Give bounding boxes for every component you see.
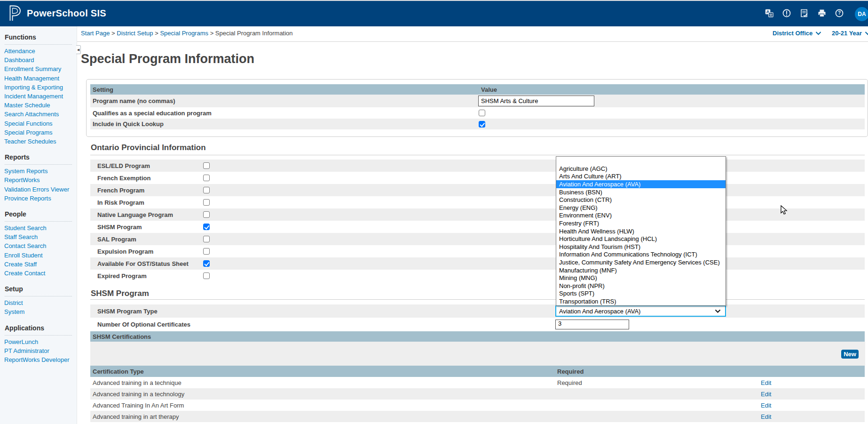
breadcrumb-link-special-programs[interactable]: Special Programs [160, 30, 208, 37]
term-selector[interactable]: 20-21 Year [832, 30, 868, 37]
sidebar-item-create-contact[interactable]: Create Contact [0, 269, 77, 278]
sidebar-item-special-programs[interactable]: Special Programs [0, 128, 77, 137]
cert-edit-link[interactable]: Edit [761, 379, 771, 386]
sidebar-item-powerlunch[interactable]: PowerLunch [0, 337, 77, 346]
print-icon[interactable] [818, 9, 826, 17]
optional-certificates-label: Number Of Optional Certificates [90, 321, 555, 328]
ontario-row-label: ESL/ELD Program [90, 162, 203, 169]
sidebar-item-enroll-student[interactable]: Enroll Student [0, 251, 77, 260]
app-title: PowerSchool SIS [27, 8, 106, 19]
dropdown-option-non-profit-npr-[interactable]: Non-profit (NPR) [556, 282, 726, 290]
breadcrumb: Start Page > District Setup > Special Pr… [81, 30, 293, 37]
sidebar-item-attendance[interactable]: Attendance [0, 47, 77, 56]
certifications-header-bar: SHSM Certifications [90, 331, 865, 342]
chevron-down-icon [815, 32, 821, 35]
setting-label: Include in Quick Lookup [90, 120, 478, 128]
mouse-cursor [781, 205, 790, 216]
alert-icon[interactable] [782, 9, 791, 17]
dropdown-option-information-and-communications-technolog[interactable]: Information And Communications Technolog… [556, 251, 726, 259]
ontario-row-label: SAL Program [90, 236, 203, 243]
sidebar-item-district[interactable]: District [0, 298, 77, 307]
dropdown-option-health-and-wellness-hlw-[interactable]: Health And Wellness (HLW) [556, 227, 726, 235]
sidebar-item-staff-search[interactable]: Staff Search [0, 232, 77, 241]
ontario-row-label: In Risk Program [90, 199, 203, 206]
setting-checkbox[interactable] [479, 121, 485, 128]
sidebar-item-teacher-schedules[interactable]: Teacher Schedules [0, 137, 77, 146]
sidebar-section-rule [5, 221, 72, 222]
program-name-input[interactable] [478, 96, 594, 106]
chevron-down-icon [865, 32, 868, 35]
dropdown-option-justice-community-safety-and-emergency-s[interactable]: Justice, Community Safety And Emergency … [556, 258, 726, 266]
dropdown-option-forestry-frt-[interactable]: Forestry (FRT) [556, 219, 726, 227]
optional-certificates-input[interactable]: 3 [555, 320, 629, 329]
setting-label: Program name (no commas) [90, 97, 478, 104]
sidebar-item-enrollment-summary[interactable]: Enrollment Summary [0, 64, 77, 73]
ontario-checkbox[interactable] [203, 211, 210, 218]
ontario-section-rule [90, 155, 865, 155]
report-icon[interactable] [800, 9, 808, 17]
ontario-checkbox[interactable] [203, 224, 210, 230]
sidebar-item-contact-search[interactable]: Contact Search [0, 241, 77, 250]
sidebar-item-reportworks[interactable]: ReportWorks [0, 176, 77, 184]
dropdown-option-arts-and-culture-art-[interactable]: Arts And Culture (ART) [556, 173, 726, 181]
cert-edit-link[interactable]: Edit [761, 391, 771, 398]
ontario-checkbox[interactable] [203, 162, 210, 169]
sidebar-collapse-toggle[interactable]: ◀ [76, 45, 81, 54]
avatar-initials: DA [858, 11, 866, 17]
ontario-checkbox[interactable] [203, 260, 210, 267]
dropdown-option-manufacturing-mnf-[interactable]: Manufacturing (MNF) [556, 266, 726, 274]
sidebar-item-province-reports[interactable]: Province Reports [0, 194, 77, 203]
ontario-checkbox[interactable] [203, 248, 210, 255]
dropdown-option-horticulture-and-landscaping-hcl-[interactable]: Horticulture And Landscaping (HCL) [556, 235, 726, 243]
breadcrumb-link-district-setup[interactable]: District Setup [117, 30, 153, 37]
dropdown-option-environment-env-[interactable]: Environment (ENV) [556, 212, 726, 220]
dropdown-option-business-bsn-[interactable]: Business (BSN) [556, 188, 726, 196]
sidebar-item-importing-exporting[interactable]: Importing & Exporting [0, 83, 77, 92]
dropdown-option-construction-ctr-[interactable]: Construction (CTR) [556, 196, 726, 204]
shsm-program-type-select[interactable]: Aviation And Aerospace (AVA) [555, 305, 726, 317]
sidebar-item-student-search[interactable]: Student Search [0, 224, 77, 232]
sidebar-item-validation-errors-viewer[interactable]: Validation Errors Viewer [0, 185, 77, 194]
ontario-checkbox[interactable] [203, 199, 210, 206]
settings-col-value: Value [478, 86, 497, 93]
ontario-checkbox[interactable] [203, 236, 210, 242]
shsm-section-heading: SHSM Program [91, 289, 149, 298]
dropdown-option-hospitality-and-tourism-hst-[interactable]: Hospitality And Tourism (HST) [556, 243, 726, 251]
sidebar-section-rule [5, 164, 72, 165]
sidebar-item-incident-management[interactable]: Incident Management [0, 92, 77, 101]
ontario-row-label: French Exemption [90, 175, 203, 182]
cert-edit-link[interactable]: Edit [761, 402, 771, 409]
dropdown-option-agriculture-agc-[interactable]: Agriculture (AGC) [556, 165, 726, 173]
ontario-row-label: Native Language Program [90, 211, 203, 218]
sidebar-item-system-reports[interactable]: System Reports [0, 167, 77, 176]
sidebar-item-master-schedule[interactable]: Master Schedule [0, 101, 77, 110]
new-button[interactable]: New [841, 350, 859, 359]
sidebar-item-reportworks-developer[interactable]: ReportWorks Developer [0, 355, 77, 364]
user-avatar[interactable]: DA [855, 7, 868, 21]
dropdown-option-sports-spt-[interactable]: Sports (SPT) [556, 290, 726, 298]
breadcrumb-link-start-page[interactable]: Start Page [81, 30, 110, 37]
settings-box: SettingValueProgram name (no commas)Qual… [86, 79, 868, 137]
sidebar-item-dashboard[interactable]: Dashboard [0, 56, 77, 64]
sidebar-item-health-management[interactable]: Health Management [0, 74, 77, 83]
sidebar-section-title-setup: Setup [5, 286, 77, 293]
sidebar-item-pt-administrator[interactable]: PT Administrator [0, 346, 77, 355]
dropdown-option-energy-eng-[interactable]: Energy (ENG) [556, 204, 726, 212]
dropdown-option-aviation-and-aerospace-ava-[interactable]: Aviation And Aerospace (AVA) [556, 180, 726, 188]
sidebar-item-system[interactable]: System [0, 307, 77, 316]
help-icon[interactable]: ? [835, 9, 844, 17]
cert-row-type: Advanced training in a technology [90, 391, 557, 398]
sidebar-item-search-attachments[interactable]: Search Attachments [0, 110, 77, 119]
ontario-checkbox[interactable] [203, 272, 210, 279]
dropdown-option-mining-mng-[interactable]: Mining (MNG) [556, 274, 726, 282]
setting-checkbox[interactable] [479, 110, 485, 116]
school-selector[interactable]: District Office [773, 30, 821, 37]
ontario-checkbox[interactable] [203, 175, 210, 181]
sidebar-item-create-staff[interactable]: Create Staff [0, 260, 77, 269]
cert-edit-link[interactable]: Edit [761, 413, 771, 420]
ontario-checkbox[interactable] [203, 187, 210, 193]
translate-icon[interactable]: A 文 [765, 9, 773, 17]
sidebar-item-special-functions[interactable]: Special Functions [0, 119, 77, 128]
certifications-bar-title: SHSM Certifications [90, 333, 151, 340]
dropdown-option-transportation-trs-[interactable]: Transportation (TRS) [556, 297, 726, 305]
